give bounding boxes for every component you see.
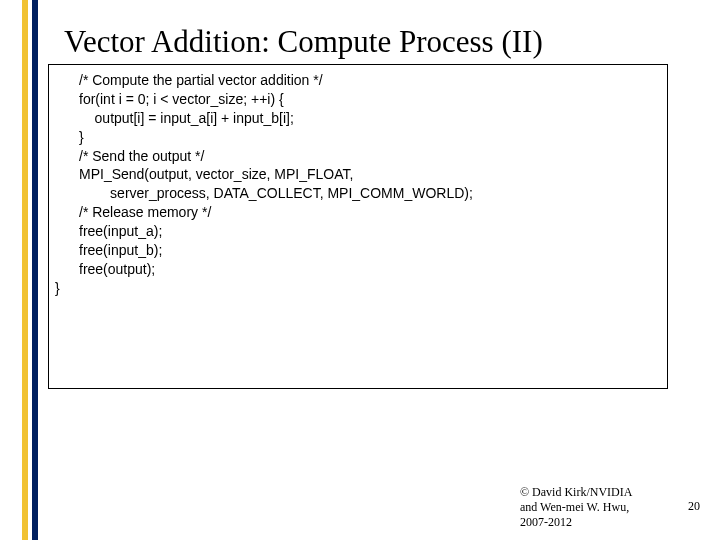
- accent-rule-navy: [32, 0, 38, 540]
- code-block-compute: /* Compute the partial vector addition *…: [49, 71, 667, 147]
- accent-rule-yellow: [22, 0, 28, 540]
- footer-line-3: 2007-2012: [520, 515, 680, 530]
- footer-line-2: and Wen-mei W. Hwu,: [520, 500, 680, 515]
- page-number: 20: [688, 499, 700, 514]
- slide: Vector Addition: Compute Process (II) /*…: [0, 0, 720, 540]
- footer-line-1: © David Kirk/NVIDIA: [520, 485, 680, 500]
- code-close-brace: }: [49, 279, 667, 298]
- code-block-free: /* Release memory */ free(input_a); free…: [49, 203, 667, 279]
- footer-credit: © David Kirk/NVIDIA and Wen-mei W. Hwu, …: [520, 485, 680, 530]
- code-box: /* Compute the partial vector addition *…: [48, 64, 668, 389]
- slide-title: Vector Addition: Compute Process (II): [64, 24, 543, 60]
- code-block-send: /* Send the output */ MPI_Send(output, v…: [49, 147, 667, 204]
